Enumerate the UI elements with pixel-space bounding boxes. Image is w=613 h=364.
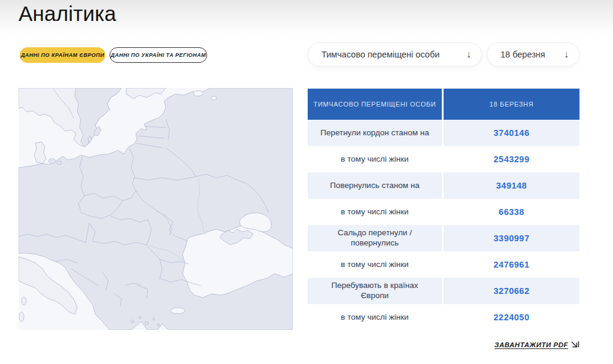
table-row: Перебувають в країнах Європи 3270662	[308, 278, 579, 304]
download-pdf-label: ЗАВАНТАЖИТИ PDF	[494, 341, 568, 348]
page-title: Аналітика	[19, 2, 116, 26]
table-header-date: 18 БЕРЕЗНЯ	[444, 89, 579, 120]
row-value: 3270662	[444, 278, 579, 304]
metric-dropdown-value: Тимчасово переміщені особи	[321, 50, 439, 59]
row-value: 3390997	[444, 225, 579, 251]
row-label: в тому числі жінки	[308, 251, 444, 278]
row-label: Сальдо перетнули / повернулись	[308, 225, 444, 251]
filter-button-ukraine-regions[interactable]: ДАННІ ПО УКРАЇНІ ТА РЕГІОНАМ	[110, 47, 207, 63]
row-label: в тому числі жінки	[308, 146, 444, 172]
statistics-table: ТИМЧАСОВО ПЕРЕМІЩЕНІ ОСОБИ 18 БЕРЕЗНЯ Пе…	[308, 89, 579, 330]
date-dropdown-value: 18 березня	[500, 50, 545, 59]
download-pdf-link[interactable]: ЗАВАНТАЖИТИ PDF	[494, 339, 579, 350]
row-label: Повернулись станом на	[308, 172, 444, 199]
table-row: Сальдо перетнули / повернулись 3390997	[308, 225, 579, 251]
map-land-group	[19, 88, 293, 330]
table-header-row: ТИМЧАСОВО ПЕРЕМІЩЕНІ ОСОБИ 18 БЕРЕЗНЯ	[308, 89, 579, 120]
arrow-down-right-icon	[571, 341, 579, 349]
table-row: в тому числі жінки 2224050	[308, 304, 579, 330]
row-label: Перетнули кордон станом на	[308, 120, 444, 146]
row-label: в тому числі жінки	[308, 199, 444, 225]
chevron-down-icon: ↓	[564, 50, 569, 59]
row-value: 3740146	[444, 120, 579, 146]
date-dropdown[interactable]: 18 березня ↓	[487, 43, 579, 66]
row-value: 2543299	[444, 146, 579, 172]
table-row: в тому числі жінки 2476961	[308, 251, 579, 278]
table-row: Перетнули кордон станом на 3740146	[308, 120, 579, 146]
row-label: Перебувають в країнах Європи	[308, 278, 444, 304]
table-row: Повернулись станом на 349148	[308, 172, 579, 199]
chevron-down-icon: ↓	[466, 50, 471, 59]
row-value: 2476961	[444, 251, 579, 278]
row-value: 2224050	[444, 304, 579, 330]
row-value: 349148	[444, 172, 579, 199]
table-header-metric: ТИМЧАСОВО ПЕРЕМІЩЕНІ ОСОБИ	[308, 89, 444, 120]
table-row: в тому числі жінки 2543299	[308, 146, 579, 172]
filter-button-europe-countries[interactable]: ДАННІ ПО КРАЇНАМ ЄВРОПИ	[20, 47, 105, 63]
row-label: в тому числі жінки	[308, 304, 444, 330]
row-value: 66338	[444, 199, 579, 225]
europe-map	[19, 88, 293, 330]
metric-dropdown[interactable]: Тимчасово переміщені особи ↓	[308, 43, 482, 66]
table-row: в тому числі жінки 66338	[308, 199, 579, 225]
